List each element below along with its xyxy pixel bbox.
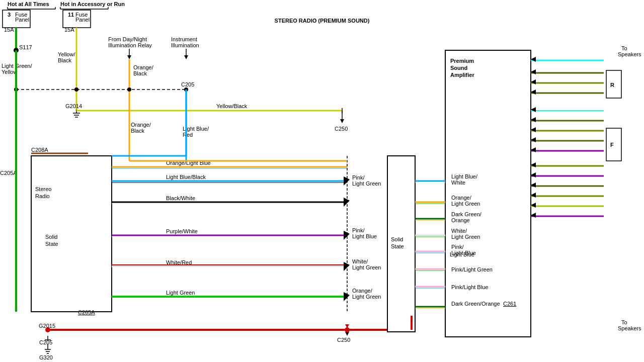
c205-label: C205: [181, 81, 194, 87]
yellow-black-top-label2: Black: [58, 57, 71, 63]
white-light-green-amp-label2: Light Green: [451, 234, 480, 240]
r-label: R: [610, 82, 614, 88]
dark-green-orange-amp-label: Dark Green/: [451, 211, 482, 217]
dark-green-orange-amp-label2: Orange: [451, 217, 470, 223]
fuse-number-3: 3: [8, 12, 11, 18]
fuse-panel-label-1b: Panel: [15, 17, 29, 23]
instrument-illumination-label: Instrument: [171, 36, 197, 42]
solid-state-right-label: Solid: [391, 236, 403, 242]
dark-green-orange-bot-label: Dark Green/Orange: [451, 301, 500, 307]
light-blue-white-label2: White: [451, 179, 465, 186]
stereo-radio-label2: Radio: [35, 193, 50, 199]
hot-in-accessory-label: Hot in Accessory or Run: [60, 1, 125, 7]
c250-bot-label: C250: [337, 337, 350, 343]
to-speakers-bot-label2: Speakers: [618, 325, 641, 331]
c205a-label: C205A: [0, 170, 17, 176]
diagram-title: STEREO RADIO (PREMIUM SOUND): [275, 18, 370, 24]
premium-sound-amp-label: Premium: [450, 58, 474, 64]
solid-state-left-label2: State: [45, 241, 58, 247]
pink-light-green-top-label: Pink/: [352, 174, 365, 180]
white-red-label: White/Red: [166, 259, 192, 265]
white-light-green-amp-label: White/: [451, 228, 467, 234]
to-speakers-top-label: To: [621, 45, 627, 51]
svg-point-21: [127, 87, 131, 92]
c265a-label: C265A: [78, 309, 95, 315]
fuse-number-11: 11: [68, 12, 74, 18]
light-blue-white-label: Light Blue/: [451, 173, 478, 179]
light-green-label: Light Green: [166, 290, 195, 296]
svg-rect-87: [606, 128, 621, 161]
solid-state-right-label2: State: [391, 243, 404, 249]
yellow-black-top-label: Yellow/: [58, 51, 75, 57]
orange-black-top-label: Orange/: [133, 64, 154, 70]
g2014-label: G2014: [65, 103, 82, 109]
orange-light-green-amp-label2: Light Green: [451, 201, 480, 207]
c250-top-label: C250: [335, 126, 348, 132]
fuse-panel-label-2b: Panel: [75, 17, 90, 23]
light-blue-label: Light Blue: [450, 251, 474, 257]
orange-light-green-bot-label2: Light Green: [352, 294, 381, 300]
svg-rect-60: [445, 50, 531, 337]
pink-light-green-amp-label: Pink/Light Green: [451, 266, 493, 273]
c205-bot-label: C205: [39, 339, 52, 345]
orange-light-green-amp-label: Orange/: [451, 195, 472, 201]
f-label: F: [610, 142, 614, 148]
pink-light-blue-mid-label2: Light Blue: [352, 233, 377, 239]
instrument-illumination-label2: Illumination: [171, 42, 199, 48]
orange-light-green-bot-label: Orange/: [352, 288, 373, 294]
svg-point-20: [74, 87, 78, 92]
orange-black-label2: Black: [131, 128, 144, 134]
to-speakers-bot-label: To: [621, 319, 627, 325]
light-green-yellow-label2: Yellow: [2, 69, 17, 75]
premium-sound-amp-label2: Sound: [450, 65, 467, 71]
purple-white-label: Purple/White: [166, 228, 198, 234]
from-day-night-label: From Day/Night: [108, 36, 147, 42]
to-speakers-top-label2: Speakers: [618, 51, 641, 57]
yellow-black-line-label: Yellow/Black: [216, 103, 248, 109]
orange-black-label: Orange/: [131, 122, 151, 128]
solid-state-left-label: Solid: [45, 234, 57, 240]
pink-light-blue-amp2-label: Pink/Light Blue: [451, 284, 488, 290]
black-white-label: Black/White: [166, 195, 195, 201]
s117-label: S117: [19, 44, 32, 50]
g320-label: G320: [39, 354, 53, 360]
svg-rect-31: [31, 156, 112, 312]
light-blue-black-label: Light Blue/Black: [166, 174, 206, 180]
c208a-label: C208A: [31, 147, 48, 153]
fuse-15a-label-2: 15A: [64, 27, 74, 33]
light-blue-red-label2: Red: [183, 132, 193, 138]
orange-black-top-label2: Black: [133, 70, 147, 76]
fuse-15a-label-1: 15A: [4, 27, 14, 33]
white-light-green-label2: Light Green: [352, 264, 381, 270]
c261-label: C261: [503, 301, 516, 307]
g2015-label: G2015: [39, 323, 55, 329]
pink-light-blue-amp-label: Pink/: [451, 244, 464, 250]
pink-light-blue-mid-label: Pink/: [352, 227, 365, 233]
white-light-green-label: White/: [352, 258, 368, 264]
from-day-night-label2: Illumination Relay: [108, 42, 152, 48]
premium-sound-amp-label3: Amplifier: [450, 72, 474, 78]
pink-light-green-top-label2: Light Green: [352, 180, 381, 187]
stereo-radio-label: Stereo: [35, 186, 51, 192]
svg-point-119: [345, 327, 350, 332]
hot-at-all-times-label: Hot at All Times: [8, 1, 49, 7]
